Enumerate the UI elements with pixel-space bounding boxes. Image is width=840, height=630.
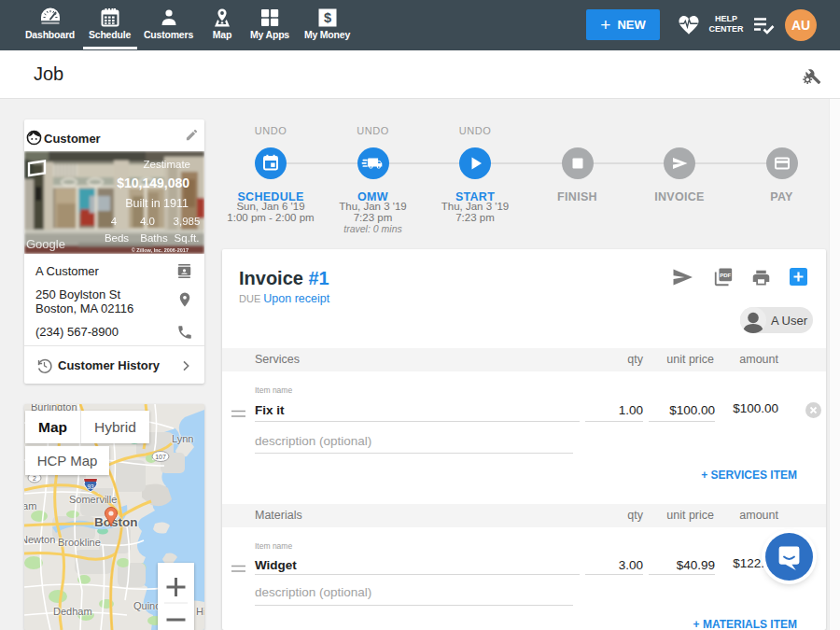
svg-text:Built in 1911: Built in 1911 — [125, 197, 189, 210]
svg-text:$: $ — [323, 10, 330, 25]
svg-text:4.0: 4.0 — [140, 216, 155, 227]
svg-text:107: 107 — [155, 454, 166, 460]
svg-text:PDF: PDF — [720, 273, 731, 278]
svg-text:Beds: Beds — [105, 232, 129, 244]
svg-text:Zestimate: Zestimate — [144, 159, 191, 170]
svg-text:Hi: Hi — [196, 606, 204, 617]
svg-text:3,985: 3,985 — [174, 216, 201, 227]
svg-text:93: 93 — [87, 483, 94, 490]
svg-text:Lynn: Lynn — [172, 433, 193, 444]
svg-text:Brookline: Brookline — [58, 537, 101, 548]
svg-text:4: 4 — [111, 216, 118, 227]
svg-text:Sq.ft.: Sq.ft. — [175, 232, 200, 244]
svg-text:Somerville: Somerville — [69, 494, 117, 505]
svg-text:$10,149,080: $10,149,080 — [117, 175, 189, 190]
svg-text:Baths: Baths — [140, 232, 168, 244]
svg-text:© Zillow, Inc. 2006-2017: © Zillow, Inc. 2006-2017 — [132, 247, 189, 253]
svg-text:Google: Google — [26, 237, 65, 251]
svg-text:Newton: Newton — [24, 534, 55, 545]
svg-text:Dedham: Dedham — [53, 606, 92, 617]
svg-text:2: 2 — [33, 475, 36, 482]
svg-text:ham: ham — [24, 500, 36, 511]
